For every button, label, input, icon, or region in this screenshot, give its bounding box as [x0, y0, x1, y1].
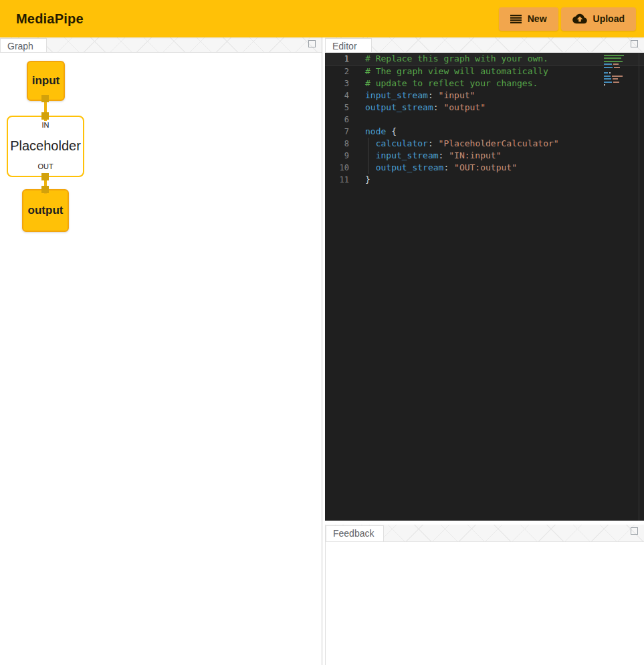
code-line-text: # update to reflect your changes. [349, 78, 538, 90]
code-line-text: calculator: "PlaceholderCalculator" [349, 138, 559, 150]
code-line: 1# Replace this graph with your own. [325, 53, 644, 65]
placeholder-out-label: OUT [37, 162, 53, 170]
header-buttons: New Upload [499, 7, 636, 31]
tab-graph[interactable]: Graph [0, 38, 47, 52]
graph-canvas: input IN Placeholder OUT output [0, 53, 322, 665]
code-line-text: # The graph view will automatically [349, 65, 548, 78]
new-button-label: New [528, 13, 547, 24]
line-number: 10 [325, 162, 349, 174]
line-number: 5 [325, 102, 349, 114]
editor-minimap[interactable] [604, 55, 632, 87]
feedback-tabstrip: Feedback [326, 525, 644, 542]
line-number: 11 [325, 174, 349, 186]
code-line: 11} [325, 174, 644, 186]
graph-node-placeholder[interactable]: IN Placeholder OUT [7, 116, 84, 177]
editor-scroll-ruler [639, 53, 639, 521]
port-placeholder-out [41, 173, 49, 180]
app-title: MediaPipe [16, 11, 84, 27]
graph-maximize-icon[interactable] [308, 40, 316, 47]
code-line: 4input_stream: "input" [325, 90, 644, 102]
editor-panel: Editor 1# Replace this graph with your o… [325, 37, 644, 521]
code-line: 3# update to reflect your changes. [325, 78, 644, 90]
line-number: 9 [325, 150, 349, 162]
app-header: MediaPipe New Upload [0, 0, 644, 37]
feedback-content [326, 542, 644, 665]
code-line-text: } [349, 174, 370, 186]
upload-button[interactable]: Upload [561, 7, 636, 31]
code-editor[interactable]: 1# Replace this graph with your own.2# T… [325, 53, 644, 521]
main-area: Graph input IN Placeholder OUT output [0, 37, 644, 665]
editor-maximize-icon[interactable] [631, 40, 638, 47]
line-number: 7 [325, 126, 349, 138]
code-line: 2# The graph view will automatically [325, 65, 644, 78]
feedback-panel: Feedback [325, 525, 644, 665]
menu-icon [510, 15, 522, 23]
port-input-out [41, 95, 49, 102]
cloud-upload-icon [572, 13, 587, 25]
code-line-text: node { [349, 126, 397, 138]
tab-feedback[interactable]: Feedback [326, 525, 384, 541]
code-line-text: output_stream: "OUT:output" [349, 162, 517, 174]
graph-node-input-label: input [32, 74, 60, 88]
code-line-text: # Replace this graph with your own. [349, 53, 548, 65]
code-line: 9 input_stream: "IN:input" [325, 150, 644, 162]
line-number: 8 [325, 138, 349, 150]
graph-node-placeholder-label: Placeholder [10, 138, 81, 154]
code-line-text [349, 114, 365, 126]
placeholder-in-label: IN [42, 121, 49, 129]
feedback-maximize-icon[interactable] [631, 527, 638, 535]
line-number: 1 [325, 53, 349, 65]
code-line-text: input_stream: "input" [349, 90, 475, 102]
line-number: 2 [325, 65, 349, 78]
line-number: 3 [325, 78, 349, 90]
line-number: 6 [325, 114, 349, 126]
code-lines: 1# Replace this graph with your own.2# T… [325, 53, 644, 186]
code-line-text: input_stream: "IN:input" [349, 150, 502, 162]
code-line: 5output_stream: "output" [325, 102, 644, 114]
code-line: 6 [325, 114, 644, 126]
graph-node-output[interactable]: output [22, 189, 69, 232]
upload-button-label: Upload [593, 13, 625, 24]
port-output-in [41, 186, 49, 193]
graph-node-output-label: output [28, 204, 64, 217]
graph-panel: Graph input IN Placeholder OUT output [0, 37, 322, 665]
editor-tabstrip: Editor [325, 37, 644, 53]
port-placeholder-in [41, 112, 49, 120]
new-button[interactable]: New [499, 7, 558, 31]
code-line: 8 calculator: "PlaceholderCalculator" [325, 138, 644, 150]
code-line-text: output_stream: "output" [349, 102, 486, 114]
code-line: 10 output_stream: "OUT:output" [325, 162, 644, 174]
line-number: 4 [325, 90, 349, 102]
right-column: Editor 1# Replace this graph with your o… [325, 37, 644, 665]
code-line: 7node { [325, 126, 644, 138]
tab-editor[interactable]: Editor [325, 38, 372, 52]
graph-tabstrip: Graph [0, 37, 322, 53]
